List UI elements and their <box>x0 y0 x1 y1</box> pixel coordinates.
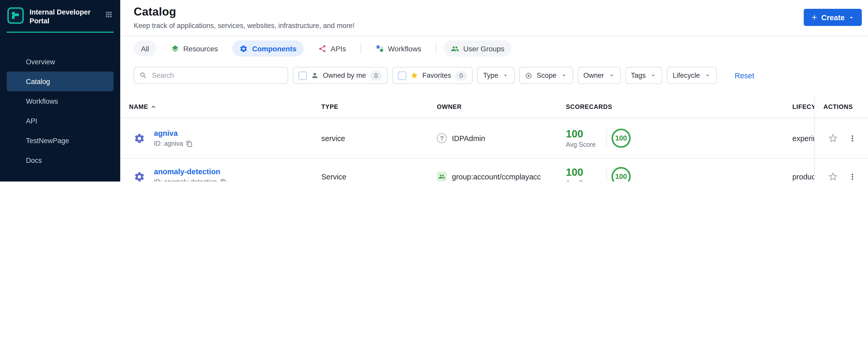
lifecycle-value: production <box>792 173 814 181</box>
chevron-down-icon <box>848 14 855 21</box>
favorite-star-icon[interactable] <box>828 171 838 181</box>
chevron-down-icon <box>608 72 615 79</box>
type-dropdown[interactable]: Type <box>477 67 515 84</box>
scope-dropdown-label: Scope <box>537 71 557 79</box>
main-content: Catalog Keep track of applications, serv… <box>120 0 868 181</box>
create-button-label: Create <box>822 13 845 22</box>
column-header-owner[interactable]: OWNER <box>437 103 566 110</box>
page-subtitle: Keep track of applications, services, we… <box>134 22 855 30</box>
filter-bar: Owned by me 0 Favorites 0 Type Scope Own… <box>120 60 868 90</box>
avg-score-label: Avg Score <box>566 179 606 181</box>
tab-apis[interactable]: APIs <box>311 40 353 57</box>
tab-workflows[interactable]: Workflows <box>368 40 429 57</box>
chevron-down-icon <box>650 72 657 79</box>
tab-divider <box>436 43 436 54</box>
workflows-icon <box>375 44 384 53</box>
table-row[interactable]: agniva ID: agniva service ? IDPAdmin 100 <box>120 118 868 159</box>
column-header-name[interactable]: NAME <box>120 103 321 110</box>
tab-components[interactable]: Components <box>232 40 304 57</box>
copy-icon[interactable] <box>220 179 227 181</box>
favorites-filter[interactable]: Favorites 0 <box>392 67 473 84</box>
components-gear-icon <box>240 44 248 53</box>
score-divider <box>606 129 607 148</box>
search-icon <box>140 71 147 79</box>
column-header-scorecards[interactable]: SCORECARDS <box>566 103 792 110</box>
kebab-menu-icon[interactable] <box>848 133 857 143</box>
tab-resources-label: Resources <box>183 44 218 53</box>
favorites-count: 0 <box>455 71 467 80</box>
column-header-actions: ACTIONS <box>814 95 868 118</box>
tab-workflows-label: Workflows <box>388 44 421 53</box>
avg-score-value: 100 <box>566 167 606 178</box>
entity-type: Service <box>321 173 437 181</box>
tab-all-label: All <box>141 44 149 53</box>
owned-by-me-checkbox[interactable] <box>299 71 307 80</box>
apps-grid-icon[interactable] <box>105 10 113 19</box>
table-row[interactable]: anomaly-detection ID: anomaly-detection … <box>120 159 868 181</box>
brand-logo <box>7 7 24 24</box>
entity-id-text: ID: agniva <box>154 140 183 147</box>
sidebar-item-testnewpage[interactable]: TestNewPage <box>7 131 114 150</box>
resources-icon <box>171 44 179 53</box>
person-icon <box>311 71 319 79</box>
apis-icon <box>318 44 327 53</box>
scorecard-ring-value: 100 <box>615 134 627 142</box>
tab-user-groups[interactable]: User Groups <box>443 40 512 57</box>
tab-user-groups-label: User Groups <box>463 44 504 53</box>
type-dropdown-label: Type <box>483 71 498 79</box>
scorecard-ring-value: 100 <box>615 173 627 180</box>
scope-icon <box>525 72 532 79</box>
chevron-down-icon <box>704 72 711 79</box>
reset-filters-link[interactable]: Reset <box>735 71 754 80</box>
owned-by-me-filter[interactable]: Owned by me 0 <box>293 67 388 84</box>
search-box[interactable] <box>134 67 288 84</box>
lifecycle-dropdown-label: Lifecycle <box>673 71 700 79</box>
owner-dropdown-label: Owner <box>584 71 604 79</box>
owner-dropdown[interactable]: Owner <box>578 67 621 84</box>
favorite-star-icon[interactable] <box>828 133 838 144</box>
entity-name-link[interactable]: anomaly-detection <box>154 168 227 176</box>
entity-name-link[interactable]: agniva <box>154 129 193 138</box>
lifecycle-value: experimental <box>792 134 814 142</box>
brand-title: Internal Developer Portal <box>30 7 99 25</box>
column-name-label: NAME <box>129 103 148 110</box>
star-icon <box>410 71 418 79</box>
sidebar-item-workflows[interactable]: Workflows <box>7 91 114 111</box>
scorecard-ring[interactable]: 100 <box>612 129 631 148</box>
column-header-type[interactable]: TYPE <box>321 103 437 110</box>
sidebar-item-overview[interactable]: Overview <box>7 52 114 71</box>
scorecard-ring[interactable]: 100 <box>612 167 631 181</box>
avg-score-value: 100 <box>566 128 606 140</box>
copy-icon[interactable] <box>186 140 193 147</box>
sidebar-item-catalog[interactable]: Catalog <box>7 71 114 91</box>
tab-resources[interactable]: Resources <box>163 40 225 57</box>
catalog-table: NAME TYPE OWNER SCORECARDS LIFECYCLE ACT… <box>120 90 868 181</box>
chevron-down-icon <box>502 72 509 79</box>
scope-dropdown[interactable]: Scope <box>520 67 573 84</box>
component-kind-icon <box>134 132 145 144</box>
score-divider <box>606 167 607 181</box>
favorites-checkbox[interactable] <box>398 71 406 80</box>
plus-icon <box>810 13 818 21</box>
sidebar-item-api[interactable]: API <box>7 111 114 131</box>
page-header: Catalog Keep track of applications, serv… <box>120 0 868 36</box>
sidebar-item-docs[interactable]: Docs <box>7 150 114 170</box>
lifecycle-dropdown[interactable]: Lifecycle <box>667 67 716 84</box>
entity-id-text: ID: anomaly-detection <box>154 178 217 181</box>
create-button[interactable]: Create <box>804 9 862 26</box>
favorites-label: Favorites <box>422 71 451 79</box>
brand: Internal Developer Portal <box>0 0 120 31</box>
owned-by-me-count: 0 <box>370 71 382 80</box>
avg-score-label: Avg Score <box>566 141 606 148</box>
tab-all[interactable]: All <box>134 40 156 57</box>
group-owner-icon <box>437 172 447 181</box>
user-groups-icon <box>451 44 459 53</box>
entity-kind-tabs: All Resources Components APIs Workflows <box>120 36 868 60</box>
column-header-lifecycle[interactable]: LIFECYCLE <box>792 103 814 110</box>
brand-accent-line <box>7 32 114 33</box>
tags-dropdown[interactable]: Tags <box>625 67 662 84</box>
search-input[interactable] <box>152 71 282 79</box>
owner-name: group:account/ccmplayacc <box>452 173 541 181</box>
tab-components-label: Components <box>252 44 297 53</box>
kebab-menu-icon[interactable] <box>848 172 857 181</box>
